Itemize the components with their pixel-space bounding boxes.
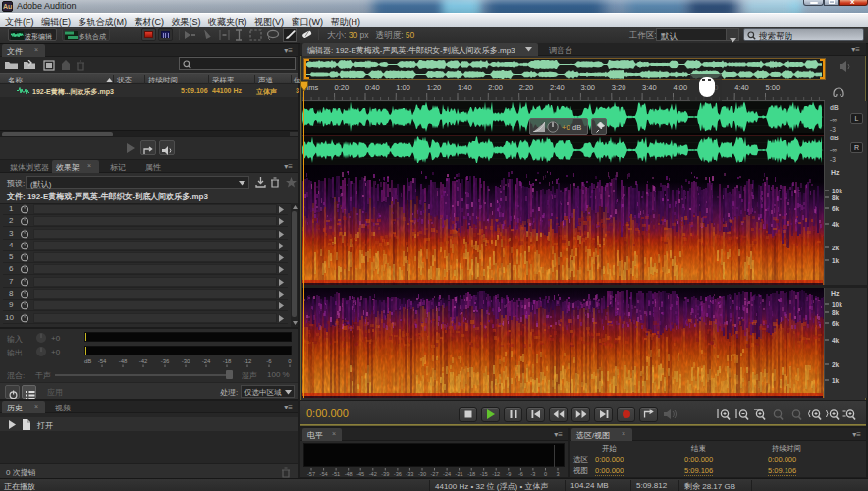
svg-text:2k: 2k [832, 245, 840, 251]
svg-text:2k: 2k [832, 361, 840, 368]
svg-text:5:00: 5:00 [766, 83, 781, 92]
svg-text:-15: -15 [480, 471, 488, 477]
svg-text:0:40: 0:40 [365, 83, 380, 92]
svg-text:-42: -42 [369, 471, 377, 477]
svg-text:3:40: 3:40 [642, 83, 657, 92]
svg-text:-36: -36 [394, 471, 402, 477]
svg-text:4:00: 4:00 [674, 83, 688, 92]
svg-text:1k: 1k [832, 257, 840, 264]
svg-text:0:20: 0:20 [335, 83, 350, 92]
svg-text:-33: -33 [406, 471, 413, 477]
svg-text:-3: -3 [530, 471, 535, 477]
svg-text:3: 3 [556, 471, 559, 477]
svg-text:8k: 8k [832, 309, 840, 316]
svg-text:4:40: 4:40 [734, 83, 749, 92]
svg-text:10k: 10k [832, 188, 842, 194]
svg-text:-9: -9 [506, 471, 511, 477]
svg-text:2:20: 2:20 [519, 83, 534, 92]
svg-text:-54: -54 [320, 471, 328, 477]
svg-text:dB: dB [84, 358, 91, 364]
svg-text:2:00: 2:00 [488, 83, 503, 92]
svg-text:-54: -54 [98, 358, 107, 364]
svg-text:6k: 6k [832, 320, 840, 327]
svg-text:10k: 10k [832, 301, 842, 308]
svg-text:-45: -45 [356, 471, 364, 477]
svg-text:-39: -39 [381, 471, 389, 477]
svg-text:-12: -12 [492, 471, 500, 477]
svg-text:3:20: 3:20 [612, 83, 626, 92]
svg-text:1:20: 1:20 [427, 83, 442, 92]
svg-text:1k: 1k [832, 377, 840, 384]
svg-text:-36: -36 [161, 358, 170, 364]
svg-text:-18: -18 [223, 358, 232, 364]
svg-text:-12: -12 [244, 358, 252, 364]
svg-text:-30: -30 [418, 471, 426, 477]
svg-text:-57: -57 [307, 471, 315, 477]
svg-text:-24: -24 [202, 358, 211, 364]
svg-text:0: 0 [544, 471, 547, 477]
svg-text:-6: -6 [266, 358, 272, 364]
svg-text:4k: 4k [832, 221, 840, 228]
svg-text:8k: 8k [832, 194, 840, 201]
svg-text:-48: -48 [345, 471, 353, 477]
svg-text:-48: -48 [119, 358, 128, 364]
svg-text:4k: 4k [832, 337, 840, 344]
svg-text:-18: -18 [467, 471, 475, 477]
svg-text:1:00: 1:00 [396, 83, 410, 92]
svg-text:-42: -42 [139, 358, 148, 364]
svg-text:-24: -24 [443, 471, 451, 477]
svg-text:1:40: 1:40 [458, 83, 472, 92]
svg-text:-21: -21 [456, 471, 463, 477]
svg-text:3:00: 3:00 [580, 83, 595, 92]
svg-text:-6: -6 [518, 471, 523, 477]
svg-text:-30: -30 [182, 358, 190, 364]
svg-text:2:40: 2:40 [550, 83, 565, 92]
svg-text:6k: 6k [832, 205, 840, 212]
svg-text:-51: -51 [332, 471, 340, 477]
svg-text:0: 0 [288, 358, 292, 364]
svg-text:-27: -27 [430, 471, 438, 477]
